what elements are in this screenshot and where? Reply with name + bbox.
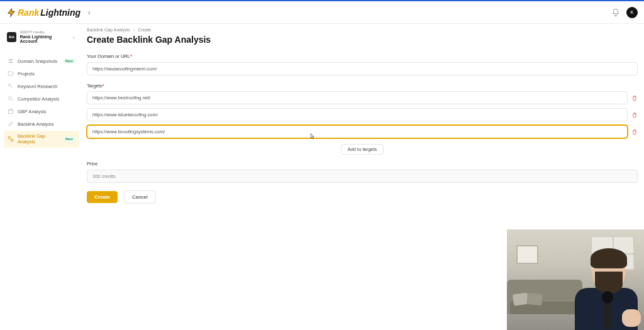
nav-label: Backlink Analysis (18, 121, 54, 127)
target-input-2[interactable] (87, 108, 628, 121)
trash-icon[interactable] (631, 95, 638, 101)
chevron-down-icon: ⌄ (72, 34, 76, 40)
breadcrumb-current: Create (138, 28, 151, 32)
svg-rect-2 (9, 111, 13, 114)
webcam-overlay (507, 229, 644, 330)
nav-projects[interactable]: Projects (4, 68, 79, 80)
trash-icon[interactable] (631, 129, 638, 135)
stack-icon (8, 58, 14, 64)
targets-label: Targets* (87, 83, 638, 89)
svg-point-1 (9, 97, 12, 100)
target-input-1[interactable] (87, 91, 628, 104)
link-icon (8, 121, 14, 127)
target-input-3[interactable] (87, 125, 628, 138)
sidebar: RA 326077 credits Rank Lightning Account… (0, 24, 83, 330)
svg-rect-3 (8, 137, 10, 139)
account-switcher[interactable]: RA 326077 credits Rank Lightning Account… (4, 28, 79, 47)
topbar: RankLightning ‹ K (0, 1, 644, 24)
key-icon (8, 83, 14, 89)
target-row (87, 108, 638, 121)
brand-logo[interactable]: RankLightning (6, 8, 80, 18)
folder-icon (8, 70, 14, 77)
svg-point-0 (9, 84, 11, 86)
nav-label: Domain Snapshots (18, 58, 57, 64)
nav-label: Keyword Research (18, 84, 57, 89)
price-label: Price (87, 161, 638, 167)
nav-label: Projects (18, 71, 35, 77)
create-button[interactable]: Create (87, 191, 118, 203)
breadcrumb: Backlink Gap Analysis › Create (87, 28, 638, 32)
brand-lightning: Lightning (40, 8, 80, 18)
brand-rank: Rank (18, 8, 39, 18)
nav-domain-snapshots[interactable]: Domain Snapshots New (4, 55, 79, 67)
account-credits: 326077 credits (19, 30, 69, 35)
search-icon (8, 96, 14, 102)
new-badge: New (63, 136, 75, 141)
user-avatar[interactable]: K (626, 7, 638, 18)
breadcrumb-parent[interactable]: Backlink Gap Analysis (87, 28, 130, 32)
nav-label: Backlink Gap Analysis (18, 133, 59, 145)
svg-rect-4 (11, 140, 13, 141)
nav-back-button[interactable]: ‹ (88, 8, 91, 17)
gap-icon (8, 136, 14, 142)
main-nav: Domain Snapshots New Projects Keyword Re… (4, 55, 79, 148)
account-name: Rank Lightning Account (19, 35, 69, 44)
page-title: Create Backlink Gap Analysis (87, 35, 638, 45)
nav-keyword-research[interactable]: Keyword Research (4, 80, 79, 92)
store-icon (8, 108, 14, 114)
add-to-targets-button[interactable]: Add to targets (341, 144, 384, 155)
cancel-button[interactable]: Cancel (124, 190, 156, 204)
domain-input[interactable] (87, 62, 638, 75)
account-badge: RA (7, 32, 16, 42)
nav-competitor-analysis[interactable]: Competitor Analysis (4, 93, 79, 105)
new-badge: New (63, 58, 75, 63)
nav-gbp-analysis[interactable]: GBP Analysis (4, 106, 79, 118)
lightning-icon (6, 8, 16, 18)
trash-icon[interactable] (631, 112, 638, 118)
nav-label: Competitor Analysis (18, 96, 59, 102)
target-row (87, 91, 638, 104)
nav-backlink-gap-analysis[interactable]: Backlink Gap Analysis New (4, 131, 79, 148)
target-row (87, 125, 638, 138)
notification-icon[interactable] (611, 8, 620, 17)
breadcrumb-separator: › (133, 28, 135, 32)
domain-label: Your Domain or URL* (87, 53, 638, 59)
price-display (87, 170, 638, 183)
nav-backlink-analysis[interactable]: Backlink Analysis (4, 118, 79, 130)
nav-label: GBP Analysis (18, 109, 46, 114)
